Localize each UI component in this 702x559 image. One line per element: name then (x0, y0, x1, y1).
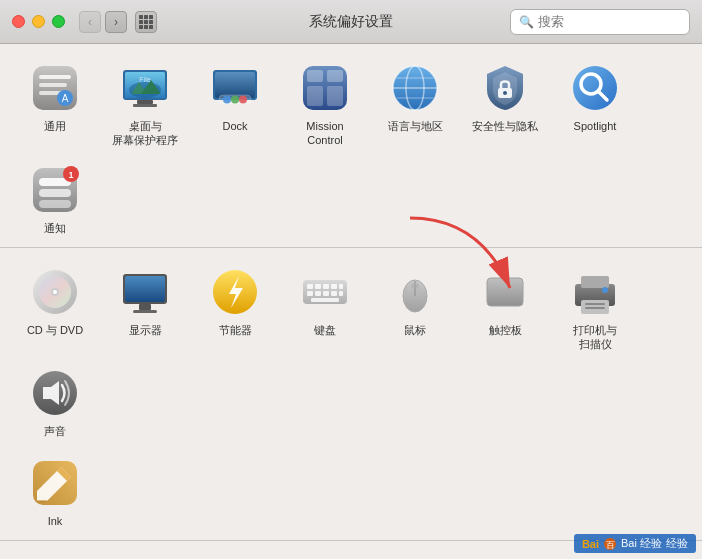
svg-point-47 (53, 290, 57, 294)
icon-item-bluetooth[interactable]: 蓝牙 (370, 551, 460, 559)
svg-rect-64 (311, 298, 339, 302)
svg-rect-58 (339, 284, 343, 289)
icon-item-icloud[interactable]: iCloud (10, 551, 100, 559)
close-button[interactable] (12, 15, 25, 28)
grid-view-button[interactable] (135, 11, 157, 33)
titlebar: ‹ › 系统偏好设置 🔍 ✕ (0, 0, 702, 44)
icon-item-display[interactable]: 显示器 (100, 258, 190, 360)
maximize-button[interactable] (52, 15, 65, 28)
ink-row: Ink (10, 449, 692, 536)
svg-point-18 (223, 96, 231, 104)
back-button[interactable]: ‹ (79, 11, 101, 33)
svg-text:File: File (139, 76, 150, 83)
keyboard-label: 键盘 (314, 323, 336, 337)
svg-rect-39 (39, 189, 71, 197)
icon-item-desktop[interactable]: File 桌面与 屏幕保护程序 (100, 54, 190, 156)
icon-item-energy[interactable]: 节能器 (190, 258, 280, 360)
svg-rect-54 (307, 284, 313, 289)
svg-rect-56 (323, 284, 329, 289)
svg-rect-73 (581, 276, 609, 288)
main-content: A 通用 (0, 44, 702, 559)
svg-rect-59 (307, 291, 313, 296)
svg-point-77 (602, 287, 608, 293)
icon-item-ink[interactable]: Ink (10, 449, 100, 536)
svg-rect-13 (133, 104, 157, 107)
icon-item-sharing[interactable]: 共享 (460, 551, 550, 559)
icon-item-security[interactable]: 安全性与隐私 (460, 54, 550, 156)
internet-icons-grid: iCloud @ 互联网 帐户 (10, 551, 692, 559)
language-label: 语言与地区 (388, 119, 443, 133)
svg-rect-51 (133, 310, 157, 313)
energy-label: 节能器 (219, 323, 252, 337)
icon-item-dock[interactable]: Dock (190, 54, 280, 156)
icon-item-language[interactable]: 语言与地区 (370, 54, 460, 156)
svg-point-68 (411, 283, 419, 289)
notification-label: 通知 (44, 221, 66, 235)
dock-label: Dock (222, 119, 247, 133)
svg-rect-24 (307, 86, 323, 106)
svg-rect-12 (137, 100, 153, 104)
svg-rect-69 (487, 278, 523, 306)
icon-item-extensions[interactable]: 扩展 (190, 551, 280, 559)
icon-item-mission[interactable]: Mission Control (280, 54, 370, 156)
general-label: 通用 (44, 119, 66, 133)
printer-label: 打印机与 扫描仪 (573, 323, 617, 352)
sound-label: 声音 (44, 424, 66, 438)
svg-text:1: 1 (68, 170, 73, 180)
icon-item-mouse[interactable]: 鼠标 (370, 258, 460, 360)
svg-rect-1 (39, 75, 71, 79)
display-label: 显示器 (129, 323, 162, 337)
svg-rect-75 (585, 303, 605, 305)
icon-item-sound[interactable]: 声音 (10, 359, 100, 446)
icon-item-network[interactable]: 网络 (280, 551, 370, 559)
svg-rect-25 (327, 86, 343, 106)
spotlight-label: Spotlight (574, 119, 617, 133)
icon-item-cddvd[interactable]: CD 与 DVD (10, 258, 100, 360)
security-icon (479, 62, 531, 114)
mission-icon (299, 62, 351, 114)
search-input[interactable] (538, 14, 702, 29)
nav-buttons: ‹ › (79, 11, 127, 33)
dock-icon (209, 62, 261, 114)
icon-item-notification[interactable]: 1 通知 (10, 156, 100, 243)
section-personal: A 通用 (0, 44, 702, 248)
search-box[interactable]: 🔍 ✕ (510, 9, 690, 35)
section-internet: iCloud @ 互联网 帐户 (0, 541, 702, 559)
cddvd-icon (29, 266, 81, 318)
general-icon: A (29, 62, 81, 114)
icon-item-keyboard[interactable]: 键盘 (280, 258, 370, 360)
forward-button[interactable]: › (105, 11, 127, 33)
svg-rect-62 (331, 291, 337, 296)
window-title: 系统偏好设置 (309, 13, 393, 31)
svg-point-19 (231, 96, 239, 104)
grid-icon (139, 15, 153, 29)
personal-icons-grid: A 通用 (10, 54, 692, 243)
icon-item-trackpad[interactable]: 触控板 (460, 258, 550, 360)
mission-label: Mission Control (306, 119, 343, 148)
keyboard-icon (299, 266, 351, 318)
trackpad-label: 触控板 (489, 323, 522, 337)
printer-icon (569, 266, 621, 318)
desktop-icon: File (119, 62, 171, 114)
display-icon (119, 266, 171, 318)
minimize-button[interactable] (32, 15, 45, 28)
mouse-label: 鼠标 (404, 323, 426, 337)
svg-rect-63 (339, 291, 343, 296)
language-icon (389, 62, 441, 114)
svg-rect-61 (323, 291, 329, 296)
notification-icon: 1 (29, 164, 81, 216)
svg-point-33 (503, 91, 507, 95)
search-icon: 🔍 (519, 15, 534, 29)
icon-item-internetaccounts[interactable]: @ 互联网 帐户 (100, 551, 190, 559)
svg-rect-23 (327, 70, 343, 82)
svg-rect-49 (125, 276, 165, 302)
section-hardware: CD 与 DVD 显示器 (0, 248, 702, 541)
icon-item-spotlight[interactable]: Spotlight (550, 54, 640, 156)
svg-rect-60 (315, 291, 321, 296)
svg-rect-22 (307, 70, 323, 82)
energy-icon (209, 266, 261, 318)
spotlight-icon (569, 62, 621, 114)
svg-point-34 (573, 66, 617, 110)
icon-item-printer[interactable]: 打印机与 扫描仪 (550, 258, 640, 360)
icon-item-general[interactable]: A 通用 (10, 54, 100, 156)
